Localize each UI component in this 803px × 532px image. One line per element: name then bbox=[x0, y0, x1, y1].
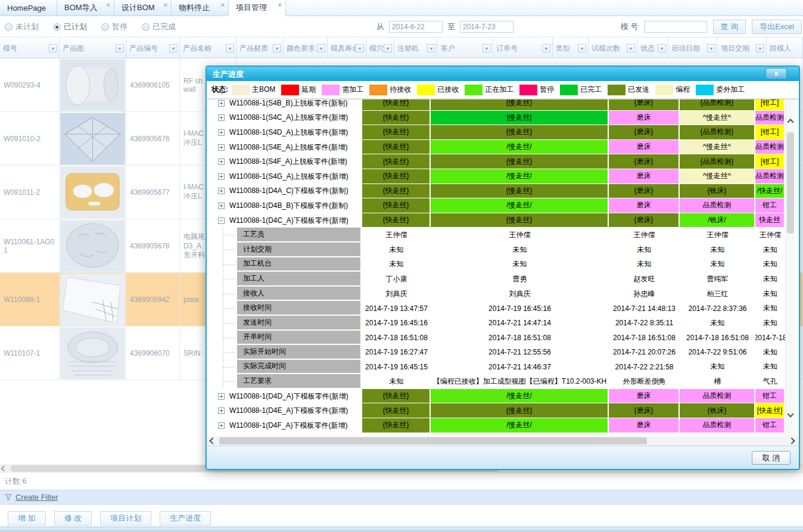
tab-close-icon[interactable]: × bbox=[164, 2, 167, 8]
expand-icon[interactable]: + bbox=[218, 173, 225, 180]
process-cell[interactable]: /慢走丝/ bbox=[431, 389, 609, 404]
column-header-0[interactable]: 模号 bbox=[0, 38, 60, 58]
expand-icon[interactable]: + bbox=[218, 129, 225, 136]
process-cell[interactable]: {慢走丝} bbox=[431, 403, 609, 418]
dialog-horizontal-scrollbar[interactable] bbox=[207, 436, 799, 446]
process-cell[interactable]: [钳工] bbox=[755, 99, 785, 111]
project-plan-button[interactable]: 项目计划 bbox=[100, 511, 151, 525]
expand-icon[interactable]: + bbox=[218, 203, 225, 209]
search-button[interactable]: 查 询 bbox=[713, 20, 746, 34]
modify-button[interactable]: 修 改 bbox=[54, 511, 92, 525]
column-header-16[interactable]: 跟模人 bbox=[767, 38, 803, 58]
process-cell[interactable]: {磨床} bbox=[609, 184, 680, 199]
process-cell[interactable]: {快走丝} bbox=[362, 213, 431, 228]
column-header-8[interactable]: 注塑机 bbox=[394, 38, 438, 58]
process-cell[interactable]: {铣床} bbox=[680, 403, 755, 418]
grid-row-2[interactable]: +W110088-1(S4D_A)上脱板零件(新增){快走丝}{慢走丝}{磨床}… bbox=[207, 125, 785, 140]
process-cell[interactable]: 钳工 bbox=[755, 198, 785, 213]
expand-icon[interactable]: + bbox=[218, 407, 225, 414]
filter-dropdown-icon[interactable] bbox=[542, 44, 550, 52]
column-header-1[interactable]: 产品图 bbox=[60, 38, 126, 58]
status-radio-2[interactable]: 暂停 bbox=[101, 21, 127, 32]
grid-row-1[interactable]: +W110088-1(S4C_A)上脱板零件(新增){快走丝}|慢走丝|磨床^慢… bbox=[207, 111, 785, 126]
process-cell[interactable]: {快走丝} bbox=[362, 169, 431, 184]
process-cell[interactable]: {快走丝} bbox=[362, 389, 431, 404]
process-cell[interactable]: {品质检测} bbox=[680, 125, 755, 140]
expand-icon[interactable]: + bbox=[218, 100, 225, 107]
process-cell[interactable]: 磨床 bbox=[609, 169, 680, 184]
process-cell[interactable]: ^慢走丝^ bbox=[680, 140, 755, 155]
filter-dropdown-icon[interactable] bbox=[658, 44, 666, 52]
expand-icon[interactable]: + bbox=[218, 144, 225, 151]
process-cell[interactable]: {磨床} bbox=[609, 125, 680, 140]
expand-icon[interactable]: + bbox=[218, 188, 225, 194]
status-radio-1[interactable]: 已计划 bbox=[53, 21, 87, 32]
filter-dropdown-icon[interactable] bbox=[427, 44, 435, 52]
expand-icon[interactable]: + bbox=[218, 114, 225, 121]
column-header-5[interactable]: 颜色要求 bbox=[284, 38, 328, 58]
export-excel-button[interactable]: 导出Excel bbox=[752, 20, 802, 34]
scroll-up-icon[interactable] bbox=[787, 119, 793, 125]
process-cell[interactable]: 品质检测 bbox=[680, 418, 755, 433]
tab-close-icon[interactable]: × bbox=[107, 2, 110, 8]
process-cell[interactable]: 品质检测 bbox=[755, 111, 785, 126]
process-cell[interactable]: {快走丝} bbox=[362, 198, 431, 213]
scroll-down-icon[interactable] bbox=[787, 410, 793, 417]
expand-icon[interactable]: + bbox=[218, 422, 225, 429]
process-cell[interactable]: /慢走丝/ bbox=[431, 140, 609, 155]
process-cell[interactable]: [钳工] bbox=[755, 125, 785, 140]
scrollbar-thumb[interactable] bbox=[219, 437, 647, 444]
process-cell[interactable]: {品质检测} bbox=[680, 99, 755, 111]
status-radio-0[interactable]: 未计划 bbox=[5, 21, 39, 32]
create-filter-link[interactable]: Create Filter bbox=[15, 493, 58, 502]
grid-row-11[interactable]: +W110088-1(D4F_A)下模板零件(新增){快走丝}/慢走丝/磨床品质… bbox=[207, 418, 785, 433]
process-cell[interactable]: {慢走丝} bbox=[431, 99, 609, 111]
status-radio-3[interactable]: 已完成 bbox=[142, 21, 176, 32]
column-header-12[interactable]: 试模次数 bbox=[589, 38, 637, 58]
process-cell[interactable]: {慢走丝} bbox=[431, 125, 609, 140]
tab-1[interactable]: BOM导入× bbox=[57, 0, 114, 15]
grid-row-10[interactable]: +W110088-1(D4E_A)下模板零件(新增){快走丝}{慢走丝}{磨床}… bbox=[207, 403, 785, 418]
tab-2[interactable]: 设计BOM× bbox=[114, 0, 172, 15]
filter-dropdown-icon[interactable] bbox=[483, 44, 491, 52]
process-cell[interactable]: {快走丝} bbox=[362, 111, 431, 126]
process-cell[interactable]: /铣床/ bbox=[680, 213, 755, 228]
filter-dropdown-icon[interactable] bbox=[273, 44, 281, 52]
process-cell[interactable]: {铣床} bbox=[680, 184, 755, 199]
process-cell[interactable]: {快走丝} bbox=[362, 154, 431, 169]
vertical-scrollbar[interactable] bbox=[785, 99, 795, 436]
process-cell[interactable]: {快走丝} bbox=[362, 184, 431, 199]
process-cell[interactable]: {快走丝} bbox=[362, 140, 431, 155]
grid-row-5[interactable]: +W110088-1(S4G_A)上脱板零件(新增){快走丝}/慢走丝/磨床^慢… bbox=[207, 169, 785, 184]
filter-dropdown-icon[interactable] bbox=[627, 44, 635, 52]
production-progress-button[interactable]: 生产进度 bbox=[160, 511, 211, 525]
process-cell[interactable]: {慢走丝} bbox=[431, 213, 609, 228]
column-header-9[interactable]: 客户 bbox=[438, 38, 493, 58]
filter-dropdown-icon[interactable] bbox=[384, 44, 392, 52]
scroll-left-icon[interactable] bbox=[209, 437, 216, 444]
filter-dropdown-icon[interactable] bbox=[317, 44, 325, 52]
filter-dropdown-icon[interactable] bbox=[578, 44, 586, 52]
process-cell[interactable]: {磨床} bbox=[609, 213, 680, 228]
grid-row-4[interactable]: +W110088-1(S4F_A)上脱板零件(新增){快走丝}{慢走丝}{磨床}… bbox=[207, 154, 785, 169]
process-cell[interactable]: 磨床 bbox=[609, 140, 680, 155]
tab-3[interactable]: 物料停止× bbox=[172, 0, 229, 15]
process-cell[interactable]: [快走丝] bbox=[755, 403, 785, 418]
filter-dropdown-icon[interactable] bbox=[49, 44, 57, 52]
filter-dropdown-icon[interactable] bbox=[707, 44, 715, 52]
process-cell[interactable]: {磨床} bbox=[609, 403, 680, 418]
process-cell[interactable]: {快走丝} bbox=[362, 99, 431, 111]
scrollbar-thumb[interactable] bbox=[787, 132, 794, 234]
process-cell[interactable]: {磨床} bbox=[609, 154, 680, 169]
column-header-3[interactable]: 产品名称 bbox=[180, 38, 236, 58]
column-header-15[interactable]: 项目交期 bbox=[718, 38, 767, 58]
filter-dropdown-icon[interactable] bbox=[116, 44, 124, 52]
close-icon[interactable]: x bbox=[765, 68, 787, 79]
process-cell[interactable]: /慢走丝/ bbox=[431, 169, 609, 184]
process-cell[interactable]: ^慢走丝^ bbox=[680, 169, 755, 184]
process-cell[interactable]: /快走丝/ bbox=[755, 184, 785, 199]
filter-dropdown-icon[interactable] bbox=[356, 44, 364, 52]
column-header-4[interactable]: 产品材质 bbox=[236, 38, 284, 58]
process-cell[interactable]: 磨床 bbox=[609, 418, 680, 433]
expand-icon[interactable]: + bbox=[218, 158, 225, 165]
